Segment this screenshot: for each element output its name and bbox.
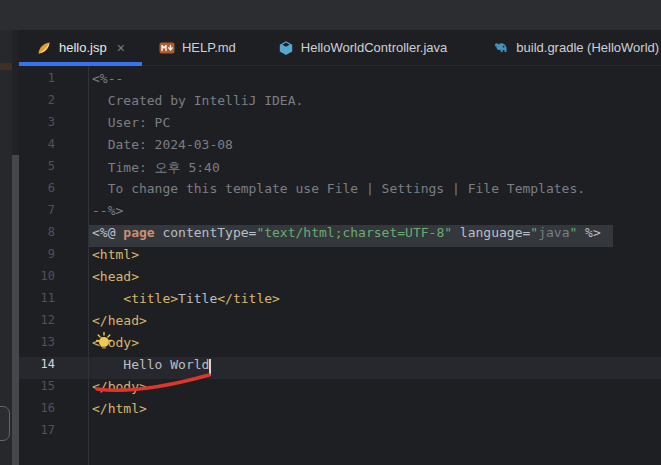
code-token: "text/html;charset=UTF-8" (256, 225, 452, 240)
code-token: java (538, 225, 569, 240)
code-line[interactable]: User: PC (92, 115, 601, 137)
line-number[interactable]: 17 (19, 423, 88, 445)
code-line[interactable]: </html> (92, 401, 601, 423)
line-number[interactable]: 7 (19, 203, 88, 225)
code-line[interactable]: <html> (92, 247, 601, 269)
code-line[interactable]: <%-- (92, 71, 601, 93)
code-token: </html> (92, 401, 147, 416)
code-token: <%-- (92, 71, 123, 86)
line-number[interactable]: 6 (19, 181, 88, 203)
code-token: %> (577, 225, 600, 240)
code-token: " (530, 225, 538, 240)
editor-gutter: 1234567891011121314151617 (19, 71, 88, 445)
red-annotation-underline (88, 368, 220, 396)
intention-bulb-icon[interactable] (95, 331, 113, 350)
code-token: </title> (217, 291, 280, 306)
code-line[interactable]: Time: 오후 5:40 (92, 159, 601, 181)
code-line[interactable]: </head> (92, 313, 601, 335)
code-token: </head> (92, 313, 147, 328)
line-number[interactable]: 15 (19, 379, 88, 401)
line-number[interactable]: 4 (19, 137, 88, 159)
code-token: Time: 오후 5:40 (92, 160, 220, 175)
code-token: Created by IntelliJ IDEA. (92, 93, 303, 108)
code-token: language= (452, 225, 530, 240)
code-token: <html> (92, 247, 139, 262)
code-line[interactable] (92, 423, 601, 445)
code-token: Date: 2024-03-08 (92, 137, 233, 152)
code-line[interactable]: <head> (92, 269, 601, 291)
code-line[interactable]: Date: 2024-03-08 (92, 137, 601, 159)
code-editor[interactable]: 1234567891011121314151617 <%-- Created b… (0, 0, 661, 465)
line-number[interactable]: 2 (19, 93, 88, 115)
line-number[interactable]: 11 (19, 291, 88, 313)
code-token: <head> (92, 269, 139, 284)
line-number[interactable]: 12 (19, 313, 88, 335)
code-line[interactable]: Created by IntelliJ IDEA. (92, 93, 601, 115)
code-token: Title (178, 291, 217, 306)
gutter-separator (88, 66, 89, 465)
code-token: page (123, 225, 154, 240)
code-token: To change this template use File | Setti… (92, 181, 585, 196)
line-number[interactable]: 1 (19, 71, 88, 93)
line-number[interactable]: 10 (19, 269, 88, 291)
ide-window: hello.jsp × HELP.md HelloWorldContro (0, 0, 661, 465)
code-token: <%@ (92, 225, 123, 240)
code-token: User: PC (92, 115, 170, 130)
code-line[interactable]: <%@ page contentType="text/html;charset=… (92, 225, 601, 247)
code-line[interactable]: To change this template use File | Setti… (92, 181, 601, 203)
code-line[interactable]: --%> (92, 203, 601, 225)
line-number[interactable]: 14 (19, 357, 88, 379)
line-number[interactable]: 8 (19, 225, 88, 247)
code-token (92, 291, 123, 306)
code-token: <title> (123, 291, 178, 306)
line-number[interactable]: 13 (19, 335, 88, 357)
line-number[interactable]: 5 (19, 159, 88, 181)
line-number[interactable]: 16 (19, 401, 88, 423)
line-number[interactable]: 3 (19, 115, 88, 137)
line-number[interactable]: 9 (19, 247, 88, 269)
code-token: --%> (92, 203, 123, 218)
code-token: contentType= (155, 225, 257, 240)
code-line[interactable]: <body> (92, 335, 601, 357)
code-line[interactable]: <title>Title</title> (92, 291, 601, 313)
